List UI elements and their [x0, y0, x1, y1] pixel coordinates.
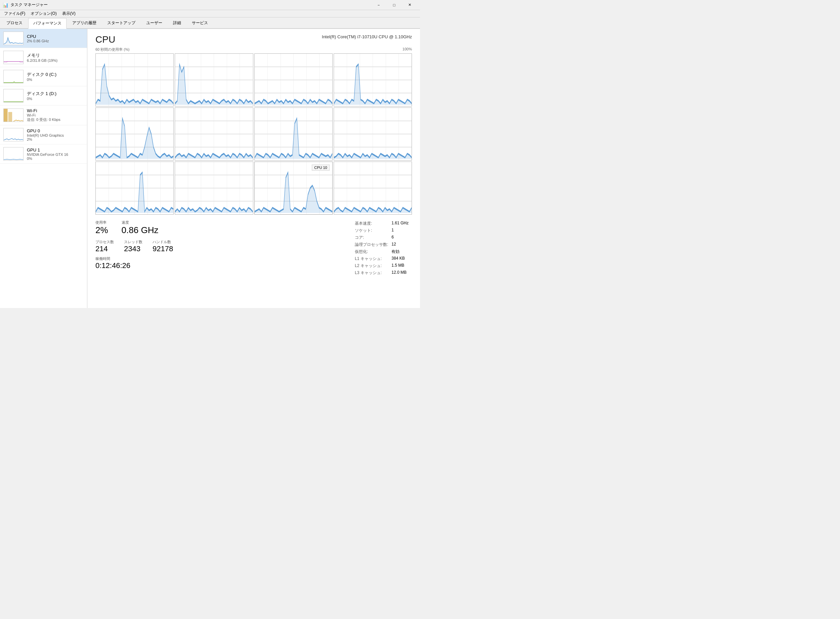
sidebar-item-cpu[interactable]: CPU 2% 0.86 GHz: [0, 29, 87, 48]
sidebar-item-memory-info: メモリ 6.2/31.8 GB (19%): [27, 52, 84, 63]
threads-block: スレッド数 2343: [124, 239, 142, 253]
specs-table: 基本速度: 1.61 GHz ソケット: 1 コア: 6 論理プロセッサ数: 1…: [355, 220, 412, 277]
sidebar-memory-title: メモリ: [27, 52, 84, 58]
sidebar-disk0-sub: 0%: [27, 78, 84, 82]
cpu-core-11: [334, 161, 412, 215]
gpu0-mini-graph: [3, 128, 24, 141]
maximize-button[interactable]: □: [386, 0, 402, 10]
tab-users[interactable]: ユーザー: [141, 18, 167, 28]
sockets-value: 1: [391, 227, 412, 234]
cpu-core-4: [96, 108, 174, 160]
sidebar-item-memory[interactable]: メモリ 6.2/31.8 GB (19%): [0, 48, 87, 67]
sidebar: CPU 2% 0.86 GHz メモリ 6.2/31.8 GB (19%): [0, 29, 87, 308]
sockets-label: ソケット:: [355, 227, 391, 234]
sidebar-gpu1-title: GPU 1: [27, 148, 84, 153]
handles-block: ハンドル数 92178: [153, 239, 173, 253]
spec-row-l1: L1 キャッシュ: 384 KB: [355, 255, 412, 262]
tab-startup[interactable]: スタートアップ: [102, 18, 141, 28]
sidebar-item-disk0[interactable]: ディスク 0 (C:) 0%: [0, 67, 87, 86]
menu-view[interactable]: 表示(V): [60, 10, 78, 17]
detail-title: CPU: [96, 34, 115, 45]
graph-header-row: 60 秒間の使用率 (%) 100%: [96, 47, 412, 54]
sidebar-item-cpu-info: CPU 2% 0.86 GHz: [27, 34, 84, 43]
l3-label: L3 キャッシュ:: [355, 269, 391, 277]
sidebar-wifi-title: Wi-Fi: [27, 108, 84, 113]
svg-rect-2: [8, 112, 12, 122]
usage-label: 使用率: [96, 220, 108, 225]
sidebar-cpu-sub: 2% 0.86 GHz: [27, 39, 84, 43]
spec-row-base-speed: 基本速度: 1.61 GHz: [355, 220, 412, 227]
memory-mini-graph: [3, 51, 24, 64]
virtualization-value: 有効: [391, 248, 412, 255]
sidebar-gpu1-sub2: 0%: [27, 157, 84, 160]
l3-value: 12.0 MB: [391, 269, 412, 277]
menu-options[interactable]: オプション(O): [28, 10, 59, 17]
detail-panel: CPU Intel(R) Core(TM) i7-10710U CPU @ 1.…: [87, 29, 420, 308]
tab-details[interactable]: 詳細: [168, 18, 186, 28]
graph-usage-label: 60 秒間の使用率 (%): [96, 47, 129, 52]
sidebar-item-gpu0[interactable]: GPU 0 Intel(R) UHD Graphics 2%: [0, 125, 87, 144]
wifi-mini-graph: [3, 109, 24, 122]
gpu1-mini-graph: [3, 147, 24, 160]
processes-value: 214: [96, 245, 114, 253]
cpu-core-3: [334, 54, 412, 106]
uptime-value: 0:12:46:26: [96, 261, 130, 270]
sidebar-item-disk1-info: ディスク 1 (D:) 0%: [27, 91, 84, 101]
spec-row-l2: L2 キャッシュ: 1.5 MB: [355, 262, 412, 269]
cpu-core-0: [96, 54, 174, 106]
cpu-core-5: [175, 108, 253, 160]
sidebar-item-disk0-info: ディスク 0 (C:) 0%: [27, 72, 84, 82]
spec-row-cores: コア: 6: [355, 234, 412, 241]
tab-performance[interactable]: パフォーマンス: [28, 18, 66, 29]
sidebar-wifi-sub2: 送信: 0 受信: 0 Kbps: [27, 117, 84, 122]
spec-row-logical: 論理プロセッサ数: 12: [355, 241, 412, 248]
tab-services[interactable]: サービス: [187, 18, 213, 28]
bottom-stats: 使用率 2% 速度 0.86 GHz プロセス数 214 スレッド数: [96, 220, 412, 277]
detail-header: CPU Intel(R) Core(TM) i7-10710U CPU @ 1.…: [96, 34, 412, 45]
l1-label: L1 キャッシュ:: [355, 255, 391, 262]
cpu-core-grid: CPU 10: [96, 54, 412, 215]
minimize-button[interactable]: −: [371, 0, 386, 10]
l2-value: 1.5 MB: [391, 262, 412, 269]
cpu-core-7: [334, 108, 412, 160]
menu-file[interactable]: ファイル(F): [1, 10, 28, 17]
cpu-core-9: [175, 161, 253, 215]
cores-label: コア:: [355, 234, 391, 241]
sidebar-item-wifi-info: Wi-Fi Wi-Fi 送信: 0 受信: 0 Kbps: [27, 108, 84, 122]
sidebar-gpu0-title: GPU 0: [27, 128, 84, 133]
logical-label: 論理プロセッサ数:: [355, 241, 391, 248]
tab-process[interactable]: プロセス: [1, 18, 28, 28]
sidebar-item-wifi[interactable]: Wi-Fi Wi-Fi 送信: 0 受信: 0 Kbps: [0, 105, 87, 125]
tab-app-history[interactable]: アプリの履歴: [67, 18, 102, 28]
sidebar-item-disk1[interactable]: ディスク 1 (D:) 0%: [0, 86, 87, 105]
disk1-mini-graph: [3, 89, 24, 102]
sidebar-disk1-title: ディスク 1 (D:): [27, 91, 84, 97]
cpu10-tooltip: CPU 10: [312, 164, 329, 170]
svg-rect-1: [4, 109, 8, 121]
window-icon: 📊: [3, 2, 8, 8]
base-speed-value: 1.61 GHz: [391, 220, 412, 227]
window-title: タスク マネージャー: [10, 2, 48, 8]
speed-label: 速度: [121, 220, 159, 225]
processes-label: プロセス数: [96, 239, 114, 245]
sidebar-memory-sub: 6.2/31.8 GB (19%): [27, 58, 84, 63]
sidebar-item-gpu0-info: GPU 0 Intel(R) UHD Graphics 2%: [27, 128, 84, 141]
close-button[interactable]: ✕: [402, 0, 417, 10]
uptime-block: 稼働時間 0:12:46:26: [96, 256, 173, 270]
cpu-core-1: [175, 54, 253, 106]
sidebar-item-gpu1[interactable]: GPU 1 NVIDIA GeForce GTX 16 0%: [0, 144, 87, 164]
logical-value: 12: [391, 241, 412, 248]
sidebar-cpu-title: CPU: [27, 34, 84, 39]
tab-bar: プロセス パフォーマンス アプリの履歴 スタートアップ ユーザー 詳細 サービス: [0, 18, 420, 29]
base-speed-label: 基本速度:: [355, 220, 391, 227]
stats-row-primary: 使用率 2% 速度 0.86 GHz: [96, 220, 173, 235]
title-bar: 📊 タスク マネージャー − □ ✕: [0, 0, 420, 10]
speed-value: 0.86 GHz: [121, 225, 159, 235]
main-content: CPU 2% 0.86 GHz メモリ 6.2/31.8 GB (19%): [0, 29, 420, 308]
sidebar-disk1-sub: 0%: [27, 97, 84, 101]
speed-block: 速度 0.86 GHz: [121, 220, 159, 235]
usage-block: 使用率 2%: [96, 220, 108, 235]
l1-value: 384 KB: [391, 255, 412, 262]
left-stats: 使用率 2% 速度 0.86 GHz プロセス数 214 スレッド数: [96, 220, 173, 270]
spec-row-virtualization: 仮想化: 有効: [355, 248, 412, 255]
